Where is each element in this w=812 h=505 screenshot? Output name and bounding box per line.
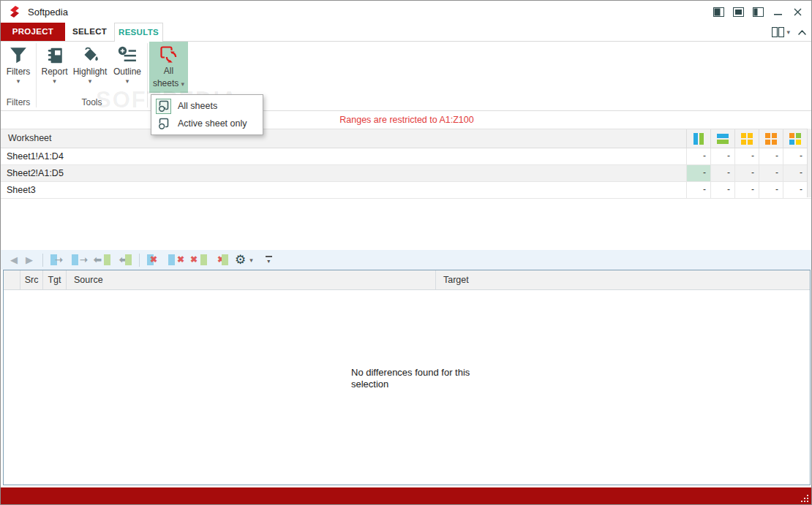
diff-count-cell: - [734, 182, 759, 198]
notebook-icon [45, 46, 64, 65]
diff-count-cell: - [710, 165, 734, 181]
worksheet-table-header: Worksheet [1, 129, 812, 148]
diff-count-cell: - [783, 182, 807, 198]
delete-source-overlap-icon[interactable]: ✖ [147, 254, 165, 266]
filters-button[interactable]: Filters [1, 42, 36, 93]
filters-button-label: Filters [1, 67, 36, 77]
source-column-header[interactable]: Source [66, 270, 435, 289]
all-sheets-button[interactable]: All sheets [149, 42, 188, 93]
no-differences-line2: selection [351, 379, 470, 390]
copy-source-right-icon[interactable]: ➝ [72, 254, 89, 266]
copy-target-to-source-overlap-icon[interactable]: ⬅ [114, 254, 132, 266]
tabbar-right-controls [772, 23, 807, 42]
worksheet-row-sheet2-selected[interactable]: Sheet2!A1:D5 - - - - - [1, 165, 812, 182]
layout-split-pane-icon[interactable] [751, 6, 764, 18]
chevron-down-icon [108, 77, 146, 85]
diff-count-cell: - [759, 165, 783, 181]
outline-button[interactable]: Outline [108, 42, 146, 93]
funnel-icon [9, 46, 28, 65]
previous-difference-button[interactable] [8, 254, 20, 265]
column-header-cells-yellow-icon[interactable] [734, 129, 759, 148]
tgt-column-header[interactable]: Tgt [42, 270, 66, 289]
resize-grip[interactable] [800, 493, 810, 504]
diff-count-cell: - [734, 165, 759, 181]
tab-results[interactable]: RESULTS [114, 23, 163, 42]
diff-count-cell: - [710, 182, 734, 198]
copy-source-to-target-overlap-icon[interactable]: ➝ [50, 254, 68, 266]
sync-sheets-icon [159, 45, 178, 64]
worksheet-column-header[interactable]: Worksheet [8, 129, 52, 148]
list-plus-icon [118, 46, 137, 65]
diff-count-cell: - [710, 148, 734, 164]
menu-item-active-sheet-only[interactable]: Active sheet only [151, 115, 263, 132]
chevron-down-icon [1, 77, 36, 85]
ribbon-group-label-filters: Filters [1, 96, 36, 109]
sync-sheet-icon-selected [156, 99, 171, 114]
tab-select[interactable]: SELECT [65, 23, 114, 41]
vertical-scrollbar-track[interactable] [807, 129, 812, 197]
ribbon-group-label-tools: Tools [37, 96, 146, 109]
outline-button-label: Outline [108, 67, 146, 77]
differences-table-header: Src Tgt Source Target [4, 270, 810, 290]
sync-sheet-icon [156, 116, 171, 132]
all-sheets-dropdown-menu: All sheets Active sheet only [151, 94, 263, 135]
src-column-header[interactable]: Src [20, 270, 42, 289]
menu-item-label: Active sheet only [178, 118, 247, 129]
chevron-down-icon [786, 29, 790, 36]
layout-left-pane-icon[interactable] [712, 6, 725, 18]
app-window: Softpedia PROJECT SELECT RESULTS [0, 0, 812, 505]
worksheet-name: Sheet1!A1:D4 [7, 148, 64, 164]
ribbon-tabbar: PROJECT SELECT RESULTS [1, 23, 812, 42]
worksheet-name: Sheet2!A1:D5 [7, 165, 64, 181]
copy-target-left-icon[interactable]: ⬅ [93, 254, 110, 266]
delete-target-overlap-icon[interactable]: ✖ [211, 254, 228, 266]
worksheet-row-sheet1[interactable]: Sheet1!A1:D4 - - - - - [1, 148, 812, 165]
toolbar-separator [42, 254, 43, 267]
delete-target-icon[interactable]: ✖ [189, 254, 207, 266]
toolbar-overflow-button[interactable] [266, 256, 272, 265]
delete-source-icon[interactable]: ✖ [168, 254, 186, 266]
layout-center-pane-icon[interactable] [732, 6, 745, 18]
worksheet-name: Sheet3 [7, 182, 36, 198]
column-header-cells-mixed-icon[interactable] [783, 129, 807, 148]
column-header-compare-rows-icon[interactable] [710, 129, 734, 148]
highlight-button-label: Highlight [72, 67, 108, 77]
ribbon: Filters Report Highlight [1, 42, 812, 111]
diff-count-cell: - [686, 182, 710, 198]
no-differences-message: No differences found for this selection [351, 367, 470, 390]
close-button[interactable] [791, 6, 804, 18]
range-restriction-message: Ranges are restricted to A1:Z100 [1, 111, 812, 129]
toolbar-separator [139, 254, 140, 267]
report-button-label: Report [37, 67, 72, 77]
chevron-down-icon[interactable] [249, 257, 253, 264]
diff-count-cell: - [783, 148, 807, 164]
worksheet-row-sheet3[interactable]: Sheet3 - - - - - [1, 182, 812, 199]
gear-icon[interactable] [235, 252, 246, 267]
diff-toolbar: ➝ ➝ ⬅ ⬅ ✖ ✖ ✖ ✖ [1, 250, 812, 270]
target-column-header[interactable]: Target [435, 270, 810, 289]
status-bar [1, 487, 812, 505]
ribbon-group-separator [147, 43, 148, 107]
no-differences-line1: No differences found for this [351, 367, 470, 379]
column-header-compare-columns-icon[interactable] [686, 129, 710, 148]
split-view-button[interactable] [772, 27, 790, 37]
minimize-button[interactable] [771, 6, 784, 18]
next-difference-button[interactable] [23, 254, 35, 265]
chevron-down-icon [37, 77, 72, 85]
chevron-down-icon [267, 258, 270, 265]
menu-item-label: All sheets [178, 101, 217, 111]
differences-panel: Src Tgt Source Target No differences fou… [3, 270, 811, 485]
tab-project[interactable]: PROJECT [1, 23, 65, 41]
column-header-cells-orange-icon[interactable] [759, 129, 783, 148]
all-sheets-label-line2: sheets [153, 78, 184, 88]
menu-item-all-sheets[interactable]: All sheets [151, 97, 263, 115]
window-title: Softpedia [28, 7, 68, 18]
highlight-button[interactable]: Highlight [72, 42, 108, 93]
worksheet-results-table: Worksheet Sheet1!A1:D4 - - - - - [1, 129, 812, 199]
diff-count-cell: - [734, 148, 759, 164]
collapse-ribbon-button[interactable] [797, 26, 807, 39]
diff-count-cell: - [759, 148, 783, 164]
diff-count-cell: - [686, 148, 710, 164]
diff-count-cell: - [759, 182, 783, 198]
report-button[interactable]: Report [37, 42, 72, 93]
